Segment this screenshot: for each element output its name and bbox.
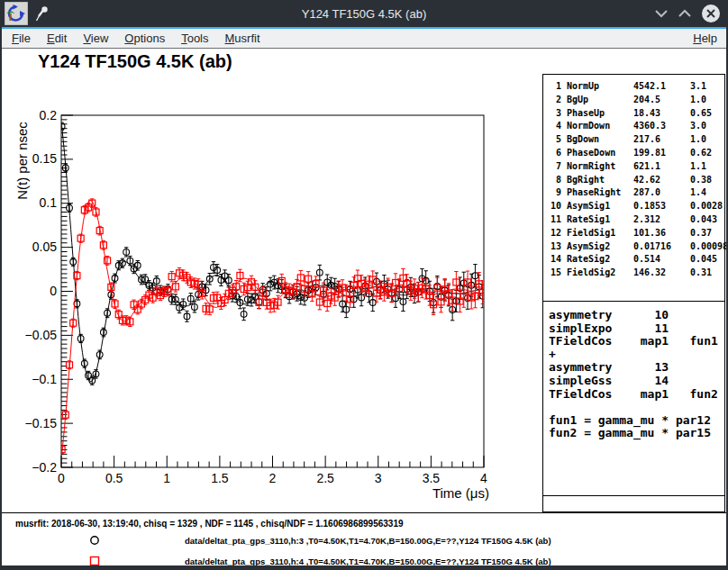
param-row: 5BgDown217.61.0 [548, 133, 724, 147]
plot-canvas[interactable]: 0.20.150.10.050−0.05−0.1−0.15−0.200.511.… [0, 50, 542, 512]
y-tick-label: −0.2 [32, 460, 57, 475]
y-tick-label: 0.15 [32, 151, 57, 166]
stats-pane: 1NormUp4542.13.12BgUp204.51.03PhaseUp18.… [542, 74, 725, 512]
y-tick-label: −0.05 [25, 328, 58, 342]
minimize-button chevron-down-icon[interactable] [654, 8, 669, 19]
menu-bar: FileEditViewOptionsToolsMusrfit Help [0, 29, 728, 49]
x-tick-label: 1.5 [211, 471, 229, 485]
y-tick-label: 0.1 [40, 195, 58, 210]
legend-row: data/deltat_pta_gps_3110,h:3 ,T0=4.50K,T… [2, 533, 726, 547]
legend-label: data/deltat_pta_gps_3110,h:3 ,T0=4.50K,T… [185, 536, 551, 546]
theory-curve [61, 122, 484, 382]
param-row: 2BgUp204.51.0 [548, 94, 724, 107]
param-table: 1NormUp4542.13.12BgUp204.51.03PhaseUp18.… [543, 75, 724, 302]
x-tick-label: 0.5 [105, 471, 123, 485]
close-button close-x-icon[interactable] [701, 4, 721, 23]
param-row: 8BgRight42.620.38 [548, 174, 724, 187]
x-tick-label: 0 [58, 471, 65, 485]
x-tick-label: 2.5 [316, 471, 334, 485]
maximize-button chevron-up-icon[interactable] [678, 8, 692, 19]
param-row: 12FieldSig1101.360.37 [548, 227, 724, 240]
menu-options[interactable]: Options [116, 30, 173, 47]
param-row: 11RateSig12.3120.043 [548, 213, 724, 227]
param-row: 6PhaseDown199.810.62 [548, 147, 724, 160]
y-tick-label: 0.2 [40, 108, 58, 122]
x-tick-label: 1 [163, 471, 170, 485]
x-tick-label: 3.5 [423, 471, 441, 485]
theory-curve [61, 201, 484, 459]
param-row: 7NormRight621.11.1 [548, 160, 724, 174]
param-row: 1NormUp4542.13.1 [548, 80, 724, 94]
window-border-bottom [0, 565, 728, 570]
window-border-left [0, 27, 2, 570]
param-row: 14RateSig20.5140.045 [548, 253, 724, 267]
data-series-2 [59, 199, 486, 459]
menu-view[interactable]: View [75, 30, 116, 47]
x-tick-label: 3 [375, 471, 382, 485]
x-tick-label: 2 [269, 471, 277, 485]
param-row: 13AsymSig20.017160.00098 [548, 240, 724, 254]
application-window: { "window": { "title": "Y124 TF150G 4.5K… [0, 0, 728, 570]
x-axis-label: Time (μs) [399, 485, 489, 501]
x-tick-label: 4 [480, 471, 487, 485]
param-row: 4NormDown4360.33.0 [548, 120, 724, 133]
menu-file[interactable]: File [4, 30, 39, 47]
y-axis-label: N(t) per nsec [14, 112, 30, 211]
y-tick-label: −0.15 [25, 416, 58, 430]
fit-info-text: musrfit: 2018-06-30, 13:19:40, chisq = 1… [15, 519, 404, 529]
data-series-1 [59, 122, 486, 385]
title-bar: Y124 TF150G 4.5K (ab) [0, 0, 728, 27]
theory-box-text: asymmetry 10simplExpo 11TFieldCos map1 f… [543, 302, 724, 496]
menu-musrfit[interactable]: Musrfit [217, 30, 268, 47]
y-tick-label: 0 [50, 284, 57, 298]
plot-footer: musrfit: 2018-06-30, 13:19:40, chisq = 1… [2, 512, 726, 565]
y-tick-label: −0.1 [32, 372, 57, 386]
active-window-accent-line [0, 27, 728, 29]
menu-items: FileEditViewOptionsToolsMusrfit [0, 30, 268, 47]
param-row: 10AsymSig10.18530.0028 [548, 200, 724, 213]
window-title: Y124 TF150G 4.5K (ab) [0, 7, 728, 21]
param-row: 3PhaseUp18.430.65 [548, 107, 724, 121]
menu-edit[interactable]: Edit [39, 30, 75, 47]
plot-title: Y124 TF150G 4.5K (ab) [38, 51, 232, 72]
menu-tools[interactable]: Tools [173, 30, 216, 47]
y-tick-label: 0.05 [32, 240, 57, 254]
param-row: 9PhaseRight287.01.4 [548, 186, 724, 200]
menu-help[interactable]: Help [687, 30, 723, 47]
param-row: 15FieldSig2146.320.31 [548, 267, 724, 280]
legend-circle-marker-icon [87, 533, 102, 547]
